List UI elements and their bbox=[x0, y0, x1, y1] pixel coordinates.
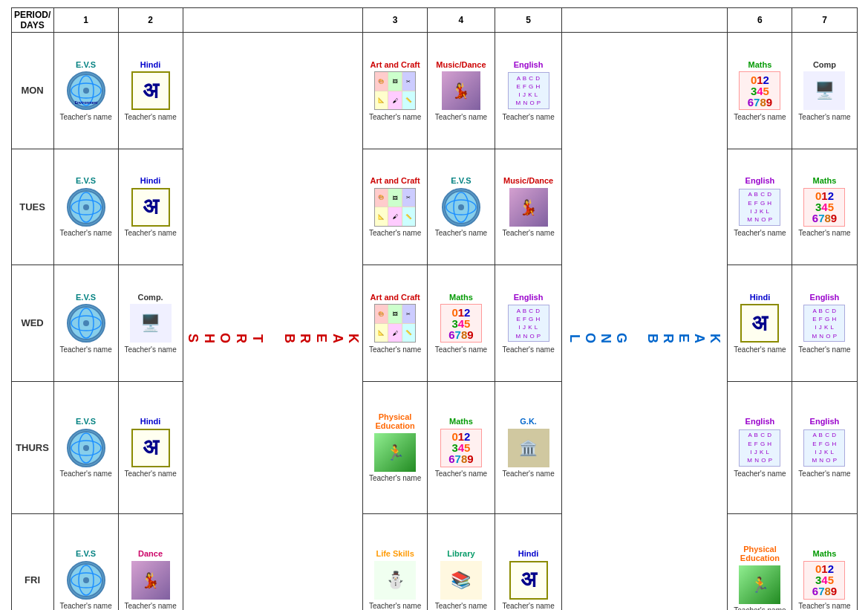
svg-point-8 bbox=[83, 204, 89, 210]
mon-col5-teacher: Teacher's name bbox=[497, 113, 561, 121]
mon-col5-icon: A B C DE F G HI J K LM N O P bbox=[506, 71, 551, 111]
thurs-col5-teacher: Teacher's name bbox=[497, 470, 561, 478]
thurs-col1-subject: E.V.S bbox=[56, 417, 117, 426]
mon-col6-teacher: Teacher's name bbox=[729, 113, 790, 121]
long-break-cell: LONGBREAK bbox=[562, 33, 728, 611]
wed-col2: Comp. 🖥️ Teacher's name bbox=[118, 265, 183, 382]
fri-col2-icon: 💃 bbox=[128, 559, 173, 600]
tues-col5-icon: 💃 bbox=[506, 186, 551, 227]
tues-col1-teacher: Teacher's name bbox=[56, 229, 117, 237]
english-icon-wed7: A B C DE F G HI J K LM N O P bbox=[803, 305, 845, 342]
pe-icon-fri: 🏃 bbox=[739, 565, 780, 604]
day-wed: WED bbox=[11, 265, 53, 382]
library-icon-fri: 📚 bbox=[440, 561, 482, 600]
artcraft-icon-wed: 🎨 🖼 ✂ 📐 🖌 📏 bbox=[374, 304, 416, 343]
thurs-col3: Physical Education 🏃 Teacher's name bbox=[363, 381, 428, 513]
tues-col4-subject: E.V.S bbox=[429, 176, 493, 185]
timetable: PERIOD/ DAYS 1 2 3 4 5 6 7 MON E.V.S bbox=[11, 7, 858, 610]
mon-col2-teacher: Teacher's name bbox=[120, 113, 181, 121]
evs-icon-fri1 bbox=[67, 561, 105, 600]
mon-col2-icon: अ bbox=[128, 71, 173, 111]
comp-icon-mon: 🖥️ bbox=[803, 71, 845, 110]
wed-col7-icon: A B C DE F G HI J K LM N O P bbox=[802, 303, 846, 344]
fri-col5-icon: अ bbox=[506, 559, 551, 600]
wed-col2-icon: 🖥️ bbox=[128, 303, 173, 344]
fri-col1-subject: E.V.S bbox=[56, 549, 117, 558]
mon-col7-subject: Comp bbox=[794, 60, 855, 69]
fri-col6-subject: Physical Education bbox=[729, 545, 790, 562]
thurs-col7-icon: A B C DE F G HI J K LM N O P bbox=[802, 427, 846, 468]
wed-col5: English A B C DE F G HI J K LM N O P Tea… bbox=[495, 265, 562, 382]
thurs-col4: Maths 0123456789 Teacher's name bbox=[428, 381, 495, 513]
mon-col2-subject: Hindi bbox=[120, 60, 181, 69]
thurs-col7: English A B C DE F G HI J K LM N O P Tea… bbox=[792, 381, 857, 513]
fri-col6-icon: 🏃 bbox=[737, 564, 782, 605]
pe-icon-thurs: 🏃 bbox=[374, 433, 416, 472]
thurs-col6-icon: A B C DE F G HI J K LM N O P bbox=[737, 427, 782, 468]
mon-col7-teacher: Teacher's name bbox=[794, 113, 855, 121]
fri-col5-subject: Hindi bbox=[497, 549, 561, 558]
svg-point-12 bbox=[458, 204, 464, 210]
hindi-icon-fri: अ bbox=[509, 561, 548, 600]
thurs-col4-teacher: Teacher's name bbox=[429, 470, 493, 478]
mon-col4-teacher: Teacher's name bbox=[429, 113, 493, 121]
artcraft-icon-mon: 🎨 🖼 ✂ 📐 🖌 📏 bbox=[374, 71, 416, 110]
hindi-icon-tues: अ bbox=[131, 188, 170, 227]
header-col5: 5 bbox=[495, 8, 562, 33]
tues-col3-icon: 🎨 🖼 ✂ 📐 🖌 📏 bbox=[373, 186, 417, 227]
mon-col6: Maths 0123456789 Teacher's name bbox=[728, 33, 792, 149]
mon-col1-teacher: Teacher's name bbox=[56, 113, 117, 121]
mon-col7: Comp 🖥️ Teacher's name bbox=[792, 33, 857, 149]
thurs-col4-icon: 0123456789 bbox=[439, 427, 483, 468]
tues-col6-icon: A B C DE F G HI J K LM N O P bbox=[737, 186, 782, 227]
dance2-icon-fri: 💃 bbox=[131, 561, 170, 600]
english-icon-mon: A B C DE F G HI J K LM N O P bbox=[508, 72, 549, 109]
wed-col4-subject: Maths bbox=[429, 293, 493, 302]
tues-col4-teacher: Teacher's name bbox=[429, 229, 493, 237]
thurs-col6: English A B C DE F G HI J K LM N O P Tea… bbox=[728, 381, 792, 513]
wed-col3-subject: Art and Craft bbox=[365, 293, 425, 302]
wed-col1-subject: E.V.S bbox=[56, 293, 117, 302]
english-icon-wed5: A B C DE F G HI J K LM N O P bbox=[508, 305, 549, 342]
short-break-label: SHORTBREAK bbox=[185, 333, 362, 345]
fri-col6-teacher: Teacher's name bbox=[729, 606, 790, 610]
wed-col4-teacher: Teacher's name bbox=[429, 345, 493, 354]
fri-col1: E.V.S Teacher's name bbox=[53, 513, 118, 610]
thurs-col2-teacher: Teacher's name bbox=[120, 470, 181, 478]
wed-col7-teacher: Teacher's name bbox=[794, 345, 855, 354]
mon-col3: Art and Craft 🎨 🖼 ✂ 📐 🖌 📏 Teacher's name bbox=[363, 33, 428, 149]
maths-icon-tues: 0123456789 bbox=[803, 188, 845, 227]
mon-col4-subject: Music/Dance bbox=[429, 60, 493, 69]
wed-col3: Art and Craft 🎨 🖼 ✂ 📐 🖌 📏 Teacher's name bbox=[363, 265, 428, 382]
svg-point-24 bbox=[83, 577, 89, 583]
wed-col6-subject: Hindi bbox=[729, 293, 790, 302]
wed-col5-teacher: Teacher's name bbox=[497, 345, 561, 354]
mon-col4: Music/Dance 💃 Teacher's name bbox=[428, 33, 495, 149]
header-period-days: PERIOD/ DAYS bbox=[11, 8, 53, 33]
evs-icon-thurs1 bbox=[67, 429, 105, 467]
mon-col1-subject: E.V.S bbox=[56, 60, 117, 69]
wed-col6-icon: अ bbox=[737, 303, 782, 344]
hindi-icon-mon: अ bbox=[131, 71, 170, 110]
fri-col5: Hindi अ Teacher's name bbox=[495, 513, 562, 610]
english-icon-thurs7: A B C DE F G HI J K LM N O P bbox=[803, 429, 845, 467]
tues-col7-teacher: Teacher's name bbox=[794, 229, 855, 237]
fri-col7: Maths 0123456789 Teacher's name bbox=[792, 513, 857, 610]
thurs-col5-icon: 🏛️ bbox=[506, 427, 551, 468]
wed-col1: E.V.S Teacher's name bbox=[53, 265, 118, 382]
mon-col2: Hindi अ Teacher's name bbox=[118, 33, 183, 149]
fri-col1-icon bbox=[64, 559, 108, 600]
tues-col5-subject: Music/Dance bbox=[497, 176, 561, 185]
gk-icon-thurs: 🏛️ bbox=[508, 429, 549, 467]
wed-col7-subject: English bbox=[794, 293, 855, 302]
tues-col5-teacher: Teacher's name bbox=[497, 229, 561, 237]
thurs-col3-teacher: Teacher's name bbox=[365, 474, 425, 482]
mon-col6-icon: 0123456789 bbox=[737, 71, 782, 111]
day-tues: TUES bbox=[11, 149, 53, 265]
day-fri: FRI bbox=[11, 513, 53, 610]
thurs-col3-icon: 🏃 bbox=[373, 432, 417, 473]
thurs-col2: Hindi अ Teacher's name bbox=[118, 381, 183, 513]
header-col3: 3 bbox=[363, 8, 428, 33]
fri-col7-teacher: Teacher's name bbox=[794, 602, 855, 610]
tues-col2-subject: Hindi bbox=[120, 176, 181, 185]
